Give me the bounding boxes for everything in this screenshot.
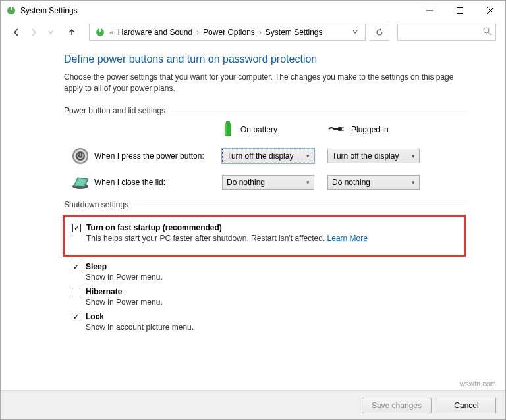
power-button-battery-dropdown[interactable]: Turn off the display▾ bbox=[222, 149, 314, 163]
cancel-button[interactable]: Cancel bbox=[437, 398, 496, 413]
lid-plugged-dropdown[interactable]: Do nothing▾ bbox=[327, 175, 420, 190]
sleep-checkbox[interactable] bbox=[72, 263, 80, 271]
fast-startup-label: Turn on fast startup (recommended) bbox=[86, 223, 222, 232]
svg-point-8 bbox=[484, 28, 489, 33]
hibernate-label: Hibernate bbox=[86, 287, 122, 296]
svg-rect-7 bbox=[99, 28, 101, 32]
lid-battery-dropdown[interactable]: Do nothing▾ bbox=[222, 175, 314, 190]
section-power-lid: Power button and lid settings bbox=[64, 106, 466, 115]
chevron-down-icon: ▾ bbox=[412, 153, 415, 159]
svg-rect-1 bbox=[11, 7, 12, 10]
fast-startup-desc: This helps start your PC faster after sh… bbox=[86, 234, 456, 243]
minimize-button[interactable] bbox=[414, 1, 445, 20]
maximize-button[interactable] bbox=[445, 1, 475, 20]
content-area: Define power buttons and turn on passwor… bbox=[1, 44, 505, 332]
sleep-label: Sleep bbox=[86, 262, 107, 271]
chevron-down-icon: ▾ bbox=[306, 179, 310, 186]
svg-rect-3 bbox=[457, 8, 463, 14]
breadcrumb-prefix: « bbox=[109, 28, 114, 37]
svg-rect-12 bbox=[225, 124, 227, 136]
footer: Save changes Cancel bbox=[1, 390, 505, 419]
search-icon bbox=[483, 27, 492, 38]
up-button[interactable] bbox=[65, 26, 78, 39]
breadcrumb-system[interactable]: System Settings bbox=[263, 26, 325, 38]
learn-more-link[interactable]: Learn More bbox=[327, 234, 368, 243]
chevron-down-icon: ▾ bbox=[412, 179, 415, 186]
page-title: Define power buttons and turn on passwor… bbox=[64, 53, 466, 65]
lid-label: When I close the lid: bbox=[90, 178, 222, 187]
breadcrumb-hardware[interactable]: Hardware and Sound bbox=[115, 26, 195, 38]
forward-button[interactable] bbox=[27, 26, 40, 39]
search-input[interactable] bbox=[397, 24, 496, 41]
svg-rect-11 bbox=[226, 121, 230, 124]
power-button-plugged-dropdown[interactable]: Turn off the display▾ bbox=[327, 149, 420, 163]
power-button-icon bbox=[70, 147, 90, 165]
save-button[interactable]: Save changes bbox=[362, 398, 432, 413]
lid-icon bbox=[70, 174, 90, 191]
address-bar[interactable]: « Hardware and Sound › Power Options › S… bbox=[89, 24, 366, 41]
hibernate-checkbox[interactable] bbox=[72, 288, 80, 296]
sleep-desc: Show in Power menu. bbox=[86, 273, 466, 282]
column-battery: On battery bbox=[222, 120, 327, 140]
chevron-down-icon: ▾ bbox=[306, 153, 310, 159]
nav-toolbar: « Hardware and Sound › Power Options › S… bbox=[1, 20, 505, 44]
chevron-right-icon: › bbox=[259, 28, 262, 37]
watermark: wsxdn.com bbox=[460, 380, 496, 388]
breadcrumb-power[interactable]: Power Options bbox=[200, 26, 258, 38]
fast-startup-highlight: Turn on fast startup (recommended) This … bbox=[63, 215, 466, 257]
svg-line-9 bbox=[488, 32, 491, 35]
lock-label: Lock bbox=[86, 312, 104, 321]
svg-rect-13 bbox=[338, 127, 342, 131]
lock-checkbox[interactable] bbox=[72, 313, 80, 321]
back-button[interactable] bbox=[10, 26, 23, 39]
section-shutdown: Shutdown settings bbox=[64, 200, 466, 209]
window-title: System Settings bbox=[20, 6, 414, 15]
lock-desc: Show in account picture menu. bbox=[86, 323, 466, 332]
fast-startup-checkbox[interactable] bbox=[72, 224, 81, 232]
power-button-label: When I press the power button: bbox=[90, 151, 222, 161]
plug-icon bbox=[327, 124, 345, 136]
refresh-button[interactable] bbox=[370, 24, 389, 41]
chevron-right-icon: › bbox=[196, 28, 199, 37]
battery-icon bbox=[222, 120, 234, 140]
address-dropdown-icon[interactable] bbox=[348, 28, 362, 37]
power-options-icon bbox=[95, 27, 105, 38]
titlebar: System Settings bbox=[1, 1, 505, 20]
app-icon bbox=[6, 5, 16, 16]
column-plugged: Plugged in bbox=[327, 120, 433, 140]
page-description: Choose the power settings that you want … bbox=[64, 72, 466, 94]
hibernate-desc: Show in Power menu. bbox=[86, 298, 466, 307]
close-button[interactable] bbox=[475, 1, 505, 20]
recent-dropdown[interactable] bbox=[44, 26, 57, 39]
